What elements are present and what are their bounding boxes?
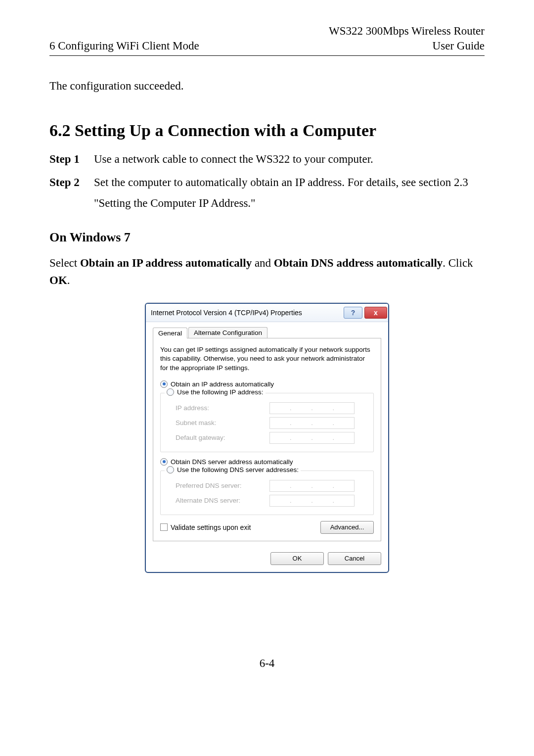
step-row: Step 1 Use a network cable to connect th… [49,149,485,169]
input-default-gateway[interactable]: ... [269,432,355,444]
radio-label: Use the following IP address: [177,388,264,396]
input-preferred-dns[interactable]: ... [269,480,355,492]
dialog-title: Internet Protocol Version 4 (TCP/IPv4) P… [151,309,302,317]
help-button[interactable]: ? [344,307,362,319]
step-row: Step 2 Set the computer to automatically… [49,172,485,213]
input-subnet-mask[interactable]: ... [269,417,355,429]
radio-label: Obtain DNS server address automatically [171,458,293,466]
label-preferred-dns: Preferred DNS server: [176,482,269,489]
close-icon: x [374,309,378,317]
page-number: 6-4 [49,657,485,670]
subsection-heading: On Windows 7 [49,230,485,245]
ip-manual-group: Use the following IP address: IP address… [160,393,374,452]
input-alternate-dns[interactable]: ... [269,495,355,507]
product-name: WS322 300Mbps Wireless Router [49,25,485,38]
tab-panel-general: You can get IP settings assigned automat… [153,338,381,541]
instruction-part: and [252,257,274,269]
instruction-bold: OK [49,274,67,286]
label-ip-address: IP address: [176,404,269,412]
cancel-button[interactable]: Cancel [328,552,381,565]
step-text: Use a network cable to connect the WS322… [94,149,485,169]
radio-icon [160,380,168,388]
instruction-text: Select Obtain an IP address automaticall… [49,255,485,289]
step-label: Step 1 [49,149,94,169]
close-button[interactable]: x [364,307,387,319]
radio-obtain-ip-auto[interactable]: Obtain an IP address automatically [160,379,374,389]
instruction-bold: Obtain DNS address automatically [274,257,443,269]
ipv4-properties-dialog: Internet Protocol Version 4 (TCP/IPv4) P… [145,303,389,573]
tab-general[interactable]: General [153,328,187,338]
step-text: Set the computer to automatically obtain… [94,172,485,213]
chapter-title: 6 Configuring WiFi Client Mode [49,40,199,52]
instruction-part: Select [49,257,80,269]
instruction-part: . [67,274,70,286]
help-icon: ? [351,309,356,317]
dialog-titlebar: Internet Protocol Version 4 (TCP/IPv4) P… [146,304,388,322]
instruction-bold: Obtain an IP address automatically [80,257,252,269]
step-label: Step 2 [49,172,94,213]
dialog-tabs: General Alternate Configuration [153,327,381,338]
advanced-button[interactable]: Advanced... [320,521,374,534]
page-header: WS322 300Mbps Wireless Router 6 Configur… [49,25,485,56]
tab-alternate-configuration[interactable]: Alternate Configuration [188,327,267,338]
radio-icon [160,458,168,466]
radio-icon [167,388,174,396]
label-alternate-dns: Alternate DNS server: [176,497,269,504]
dns-manual-group: Use the following DNS server addresses: … [160,471,374,515]
checkbox-label: Validate settings upon exit [171,523,251,531]
label-subnet-mask: Subnet mask: [176,419,269,426]
steps-list: Step 1 Use a network cable to connect th… [49,149,485,213]
radio-obtain-dns-auto[interactable]: Obtain DNS server address automatically [160,457,374,467]
intro-text: The configuration succeeded. [49,80,485,93]
radio-label: Use the following DNS server addresses: [177,466,299,473]
input-ip-address[interactable]: ... [269,402,355,414]
dialog-description: You can get IP settings assigned automat… [160,345,374,373]
radio-use-following-ip[interactable]: Use the following IP address: [165,388,266,396]
section-heading: 6.2 Setting Up a Connection with a Compu… [49,121,485,140]
ok-button[interactable]: OK [270,552,324,565]
checkbox-validate-settings[interactable]: Validate settings upon exit [160,523,251,531]
checkbox-icon [160,523,168,531]
radio-icon [167,466,174,473]
doc-type: User Guide [433,40,485,52]
label-default-gateway: Default gateway: [176,434,269,441]
dialog-footer: OK Cancel [146,547,388,572]
radio-use-following-dns[interactable]: Use the following DNS server addresses: [165,466,301,473]
instruction-part: . Click [443,257,473,269]
radio-label: Obtain an IP address automatically [171,380,274,388]
